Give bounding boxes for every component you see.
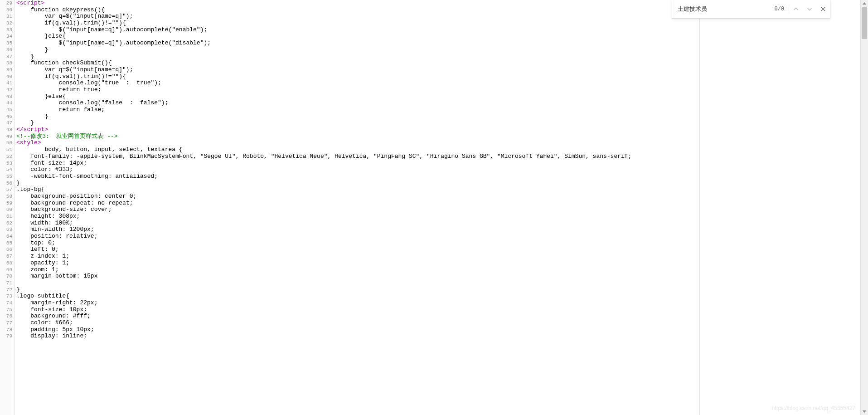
line-number: 54 — [0, 166, 12, 173]
watermark: https://blog.csdn.net/qq_45555427 — [772, 405, 855, 411]
line-number: 38 — [0, 60, 12, 67]
code-line[interactable]: } — [16, 47, 699, 54]
line-number: 56 — [0, 180, 12, 187]
code-line[interactable]: <!--修改3: 就业网首页样式表 --> — [16, 133, 699, 140]
line-number: 75 — [0, 307, 12, 313]
code-line[interactable]: </script> — [16, 127, 699, 133]
code-line[interactable]: }else{ — [16, 33, 699, 40]
code-line[interactable]: position: relative; — [16, 233, 699, 240]
code-line[interactable]: font-family: -apple-system, BlinkMacSyst… — [16, 153, 699, 160]
code-line[interactable]: body, button, input, select, textarea { — [16, 146, 699, 153]
code-line[interactable]: -webkit-font-smoothing: antialiased; — [16, 173, 699, 180]
code-line[interactable]: left: 0; — [16, 246, 699, 253]
line-number: 61 — [0, 213, 12, 220]
scrollbar-thumb[interactable] — [862, 7, 867, 39]
find-close-button[interactable] — [816, 0, 830, 18]
code-line[interactable]: } — [16, 113, 699, 120]
code-line[interactable]: font-size: 10px; — [16, 307, 699, 313]
code-line[interactable]: min-width: 1200px; — [16, 226, 699, 233]
code-line[interactable]: background-repeat: no-repeat; — [16, 200, 699, 207]
line-number: 57 — [0, 186, 12, 193]
code-line[interactable]: $("input[name=q]").autocomplete("enable"… — [16, 27, 699, 34]
chevron-up-icon — [793, 6, 799, 12]
scroll-down-icon — [863, 410, 866, 413]
code-line[interactable]: } — [16, 180, 699, 187]
line-number: 52 — [0, 153, 12, 160]
code-line[interactable]: .top-bg{ — [16, 186, 699, 193]
line-number: 74 — [0, 300, 12, 307]
code-line[interactable]: color: #333; — [16, 166, 699, 173]
code-line[interactable]: background: #fff; — [16, 313, 699, 320]
vertical-scrollbar[interactable] — [860, 0, 868, 415]
line-number: 78 — [0, 327, 12, 333]
code-line[interactable]: function qkeypress(){ — [16, 7, 699, 14]
code-editor: 2930313233343536373839404142434445464748… — [0, 0, 700, 415]
code-line[interactable]: .logo-subtitle{ — [16, 293, 699, 300]
line-number: 44 — [0, 100, 12, 107]
line-number: 68 — [0, 260, 12, 267]
line-number: 49 — [0, 133, 12, 140]
line-number: 51 — [0, 146, 12, 153]
code-line[interactable]: console.log("true : true"); — [16, 80, 699, 87]
code-line[interactable]: <style> — [16, 140, 699, 146]
code-line[interactable]: width: 100%; — [16, 220, 699, 227]
line-number: 32 — [0, 20, 12, 27]
code-line[interactable]: font-size: 14px; — [16, 160, 699, 167]
line-number: 64 — [0, 233, 12, 240]
code-line[interactable]: return false; — [16, 107, 699, 113]
code-line[interactable]: } — [16, 287, 699, 293]
code-line[interactable]: <script> — [16, 0, 699, 7]
code-line[interactable]: top: 0; — [16, 240, 699, 247]
line-number: 58 — [0, 193, 12, 200]
line-number: 73 — [0, 293, 12, 300]
line-number: 30 — [0, 7, 12, 14]
code-line[interactable]: z-index: 1; — [16, 253, 699, 260]
find-bar: 0/0 — [672, 0, 830, 19]
find-next-button[interactable] — [803, 0, 816, 18]
line-number: 48 — [0, 127, 12, 133]
code-line[interactable]: opacity: 1; — [16, 260, 699, 267]
code-line[interactable]: function checkSubmit(){ — [16, 60, 699, 67]
code-line[interactable]: background-position: center 0; — [16, 193, 699, 200]
find-input[interactable] — [672, 0, 774, 18]
code-line[interactable]: height: 308px; — [16, 213, 699, 220]
code-line[interactable]: $("input[name=q]").autocomplete("disable… — [16, 40, 699, 47]
code-line[interactable]: var q=$("input[name=q]"); — [16, 67, 699, 73]
code-area[interactable]: <script> function qkeypress(){ var q=$("… — [15, 0, 699, 415]
line-number: 70 — [0, 273, 12, 280]
find-prev-button[interactable] — [789, 0, 803, 18]
close-icon — [820, 6, 826, 12]
line-number: 40 — [0, 73, 12, 80]
line-number: 43 — [0, 93, 12, 100]
code-line[interactable]: padding: 5px 10px; — [16, 327, 699, 333]
line-number: 34 — [0, 33, 12, 40]
line-number-gutter: 2930313233343536373839404142434445464748… — [0, 0, 15, 415]
code-line[interactable]: color: #666; — [16, 320, 699, 327]
code-line[interactable]: if(q.val().trim()!=""){ — [16, 73, 699, 80]
line-number: 65 — [0, 240, 12, 247]
line-number: 67 — [0, 253, 12, 260]
line-number: 41 — [0, 80, 12, 87]
code-line[interactable]: zoom: 1; — [16, 267, 699, 273]
code-line[interactable] — [16, 280, 699, 287]
code-line[interactable]: margin-right: 22px; — [16, 300, 699, 307]
code-line[interactable]: margin-bottom: 15px — [16, 273, 699, 280]
line-number: 31 — [0, 13, 12, 20]
line-number: 29 — [0, 0, 12, 7]
line-number: 79 — [0, 333, 12, 340]
line-number: 59 — [0, 200, 12, 207]
chevron-down-icon — [806, 6, 813, 12]
find-count: 0/0 — [774, 4, 789, 14]
code-line[interactable]: } — [16, 120, 699, 127]
line-number: 53 — [0, 160, 12, 167]
code-line[interactable]: if(q.val().trim()!=""){ — [16, 20, 699, 27]
line-number: 63 — [0, 226, 12, 233]
code-line[interactable]: background-size: cover; — [16, 206, 699, 213]
line-number: 42 — [0, 87, 12, 93]
code-line[interactable]: display: inline; — [16, 333, 699, 340]
code-line[interactable]: }else{ — [16, 93, 699, 100]
code-line[interactable]: return true; — [16, 87, 699, 93]
code-line[interactable]: } — [16, 54, 699, 60]
code-line[interactable]: console.log("false : false"); — [16, 100, 699, 107]
code-line[interactable]: var q=$("input[name=q]"); — [16, 13, 699, 20]
